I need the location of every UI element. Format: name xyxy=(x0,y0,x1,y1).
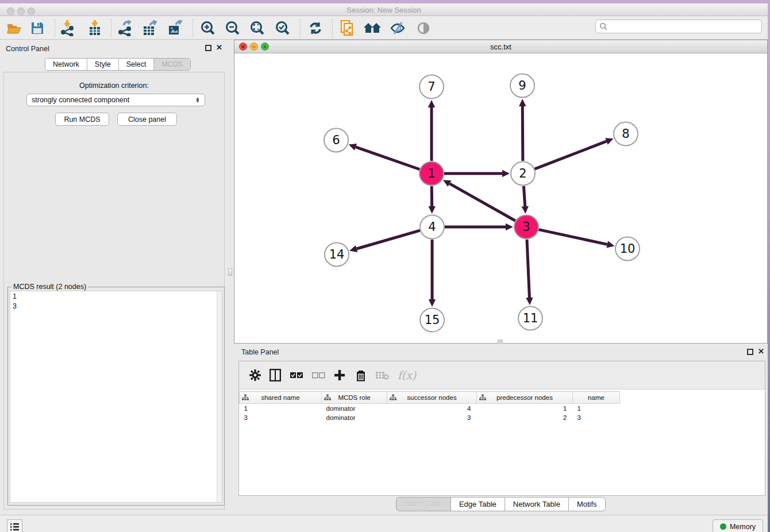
cell[interactable]: 3 xyxy=(240,413,322,422)
tab-edge-table[interactable]: Edge Table xyxy=(451,497,505,511)
mcds-result-text[interactable]: 1 3 xyxy=(10,291,222,503)
edge-3-10[interactable] xyxy=(539,230,607,245)
mcds-result-title: MCDS result (2 nodes) xyxy=(11,283,88,291)
cell[interactable]: 1 xyxy=(240,404,322,413)
tab-node-table[interactable]: Node Table xyxy=(396,497,451,511)
close-panel-icon[interactable]: ✕ xyxy=(216,44,222,52)
zoom-selected-icon[interactable] xyxy=(273,19,292,37)
export-network-icon[interactable] xyxy=(116,19,135,37)
home-neighbors-icon[interactable] xyxy=(363,19,382,37)
tab-motifs[interactable]: Motifs xyxy=(569,497,606,511)
table-panel: Table Panel ✕ xyxy=(234,344,768,515)
column-header-shared-name[interactable]: shared name xyxy=(240,392,322,404)
tab-style[interactable]: Style xyxy=(87,59,118,70)
edge-2-8[interactable] xyxy=(535,141,607,169)
table-row[interactable]: 1dominator411 xyxy=(240,404,620,413)
cell[interactable]: 2 xyxy=(477,413,573,422)
deselect-all-checkbox-icon[interactable] xyxy=(310,367,327,384)
memory-button[interactable]: Memory xyxy=(713,519,763,532)
edge-2-9[interactable] xyxy=(522,106,523,161)
cell[interactable]: 1 xyxy=(477,404,573,413)
zoom-fit-icon[interactable] xyxy=(248,19,267,37)
status-bar: Memory xyxy=(0,515,768,532)
task-list-button[interactable] xyxy=(7,519,22,532)
tab-mcds[interactable]: MCDS xyxy=(153,59,190,70)
edge-arrow-2-9 xyxy=(519,99,526,106)
network-resize-grip[interactable] xyxy=(498,340,503,344)
tab-network[interactable]: Network xyxy=(45,59,87,70)
export-table-icon[interactable] xyxy=(140,19,160,37)
column-header-MCDS-role[interactable]: MCDS role xyxy=(322,392,387,404)
float-panel-icon[interactable] xyxy=(205,45,211,51)
tab-select[interactable]: Select xyxy=(118,59,154,70)
zoom-out-icon[interactable] xyxy=(223,19,242,37)
edge-arrow-4-3 xyxy=(506,223,513,230)
screen: Session: New Session xyxy=(0,0,770,532)
edge-arrow-3-10 xyxy=(607,241,615,248)
app-title: Session: New Session xyxy=(0,6,768,14)
table-close-icon[interactable]: ✕ xyxy=(758,348,764,356)
edge-4-14[interactable] xyxy=(357,230,420,249)
mcds-result-scrollbar[interactable] xyxy=(217,291,222,502)
node-label-2: 2 xyxy=(519,167,526,180)
import-network-icon[interactable] xyxy=(58,19,78,37)
save-session-icon[interactable] xyxy=(28,19,47,37)
splitter-handle[interactable] xyxy=(228,268,232,276)
node-label-6: 6 xyxy=(332,133,340,147)
cell[interactable]: dominator xyxy=(322,413,387,422)
node-label-1: 1 xyxy=(428,167,435,180)
duplicate-network-icon[interactable] xyxy=(338,19,357,37)
edge-3-1[interactable] xyxy=(449,184,515,221)
search-box[interactable] xyxy=(595,20,762,33)
edge-1-6[interactable] xyxy=(356,147,419,169)
network-canvas[interactable]: 1234678910111415 xyxy=(234,53,767,343)
gear-icon[interactable] xyxy=(247,367,264,384)
column-chooser-icon[interactable] xyxy=(267,367,284,384)
table-float-icon[interactable] xyxy=(747,349,753,355)
zoom-in-icon[interactable] xyxy=(198,19,218,37)
list-icon xyxy=(10,523,20,531)
import-table-icon[interactable] xyxy=(85,19,105,37)
network-window: ✕ − + scc.txt 1234678910111415 xyxy=(234,40,768,344)
search-icon xyxy=(599,22,608,31)
column-header-successor-nodes[interactable]: successor nodes xyxy=(387,392,477,404)
network-title: scc.txt xyxy=(234,43,767,51)
show-all-icon[interactable] xyxy=(414,19,433,37)
table-toolbar: f(x) xyxy=(239,361,765,390)
table-row[interactable]: 3dominator323 xyxy=(240,413,620,422)
delete-icon[interactable] xyxy=(352,367,369,384)
add-icon[interactable] xyxy=(331,367,348,384)
cell[interactable]: 4 xyxy=(387,404,477,413)
node-table[interactable]: shared nameMCDS rolesuccessor nodesprede… xyxy=(239,391,765,422)
node-label-3: 3 xyxy=(522,220,530,234)
panel-splitter[interactable] xyxy=(227,40,234,515)
edge-2-3[interactable] xyxy=(523,186,525,206)
select-all-checkbox-icon[interactable] xyxy=(288,367,305,384)
column-header-name[interactable]: name xyxy=(573,392,620,404)
cell[interactable]: 3 xyxy=(573,413,620,422)
optimization-criterion-value: strongly connected component xyxy=(32,96,129,104)
optimization-criterion-select[interactable]: strongly connected component ▲▼ xyxy=(26,94,205,106)
search-input[interactable] xyxy=(608,21,761,32)
node-label-9: 9 xyxy=(518,79,526,92)
node-label-11: 11 xyxy=(523,311,538,325)
mcds-result-fieldset: MCDS result (2 nodes) 1 3 xyxy=(7,287,225,506)
close-panel-button[interactable]: Close panel xyxy=(117,113,177,126)
mcds-panel: Optimization criterion: strongly connect… xyxy=(3,72,225,510)
cell[interactable]: 1 xyxy=(573,404,620,413)
refresh-layout-icon[interactable] xyxy=(306,19,325,37)
cell[interactable]: 3 xyxy=(387,413,477,422)
node-label-14: 14 xyxy=(329,248,345,261)
app-titlebar: Session: New Session xyxy=(0,3,768,16)
control-panel-tabs: NetworkStyleSelectMCDS xyxy=(45,58,191,71)
edge-3-11[interactable] xyxy=(527,240,529,298)
network-titlebar: ✕ − + scc.txt xyxy=(234,40,767,53)
column-header-predecessor-nodes[interactable]: predecessor nodes xyxy=(477,392,573,404)
tab-network-table[interactable]: Network Table xyxy=(505,497,569,511)
cell[interactable]: dominator xyxy=(322,404,387,413)
edge-arrow-1-2 xyxy=(502,170,510,177)
export-image-icon[interactable] xyxy=(165,19,185,37)
hide-selected-icon[interactable] xyxy=(388,19,407,37)
open-file-icon[interactable] xyxy=(5,19,24,37)
run-mcds-button[interactable]: Run MCDS xyxy=(55,113,109,126)
